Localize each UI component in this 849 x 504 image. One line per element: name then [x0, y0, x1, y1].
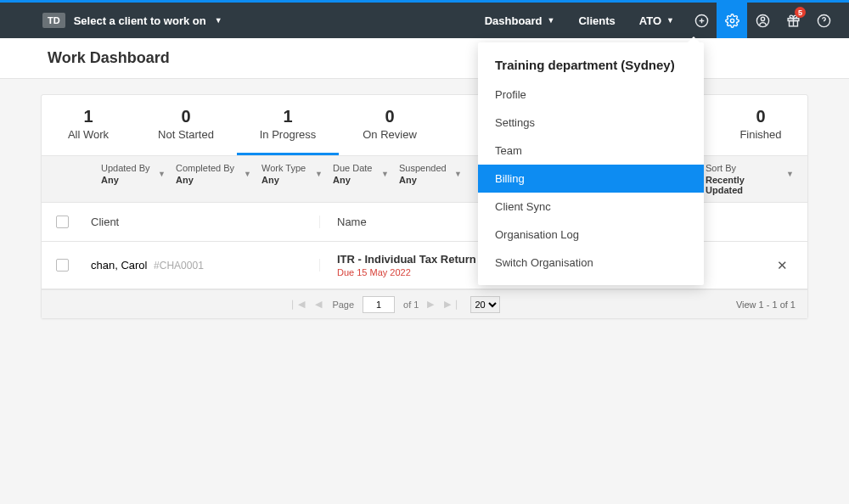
add-icon[interactable] [686, 3, 717, 38]
filter-value: Any [101, 175, 152, 185]
filter-value: Any [399, 175, 448, 185]
client-id: #CHA0001 [154, 260, 204, 272]
row-checkbox[interactable] [56, 259, 69, 272]
tab-count: 0 [339, 107, 441, 126]
popover-item-billing[interactable]: Billing [478, 165, 704, 193]
filter-value: Any [176, 175, 238, 185]
tab-label: In Progress [237, 128, 339, 141]
filter-suspended[interactable]: Suspended Any ▼ [399, 163, 467, 195]
close-icon[interactable]: ✕ [777, 258, 788, 272]
filter-label: Completed By [176, 163, 238, 173]
tab-label: Not Started [135, 128, 237, 141]
nav-clients-label: Clients [578, 14, 615, 27]
tab-count: 1 [237, 107, 339, 126]
filter-label: Due Date [333, 163, 375, 173]
popover-item-settings[interactable]: Settings [478, 109, 704, 137]
svg-point-3 [730, 19, 734, 22]
chevron-down-icon: ▼ [548, 16, 555, 25]
tab-in-progress[interactable]: 1 In Progress [237, 107, 339, 155]
filter-sort-by[interactable]: Sort By Recently Updated ▼ [706, 163, 799, 195]
tab-label: On Review [339, 128, 441, 141]
tab-label: All Work [42, 128, 135, 141]
pager-first-icon[interactable]: ❘◀ [289, 299, 306, 310]
help-icon[interactable] [808, 3, 839, 38]
nav-dashboard-label: Dashboard [485, 14, 543, 27]
popover-item-profile[interactable]: Profile [478, 81, 704, 109]
filter-work-type[interactable]: Work Type Any ▼ [261, 163, 328, 195]
client-selector-label: Select a client to work on [74, 14, 206, 27]
pager-page-input[interactable] [363, 296, 395, 313]
cell-client: chan, Carol #CHA0001 [82, 259, 320, 272]
tab-not-started[interactable]: 0 Not Started [135, 107, 237, 155]
pager-next-icon[interactable]: ▶ [427, 299, 436, 310]
popover-item-switch-organisation[interactable]: Switch Organisation [478, 249, 704, 277]
chevron-down-icon: ▼ [315, 170, 323, 178]
pager-of-label: of 1 [403, 300, 419, 310]
navbar: TD Select a client to work on ▼ Dashboar… [0, 3, 849, 38]
page-title-bar: Work Dashboard [0, 38, 849, 79]
svg-point-5 [761, 17, 764, 20]
filter-completed-by[interactable]: Completed By Any ▼ [176, 163, 256, 195]
filter-value: Any [261, 175, 309, 185]
popover-item-client-sync[interactable]: Client Sync [478, 193, 704, 221]
chevron-down-icon: ▼ [244, 170, 251, 178]
select-all-checkbox[interactable] [56, 216, 69, 228]
chevron-down-icon: ▼ [381, 170, 389, 178]
filter-due-date[interactable]: Due Date Any ▼ [333, 163, 394, 195]
client-name: chan, Carol [91, 259, 147, 272]
settings-icon[interactable] [717, 3, 747, 38]
popover-item-organisation-log[interactable]: Organisation Log [478, 221, 704, 249]
tab-label: Finished [714, 128, 807, 141]
nav-ato-label: ATO [639, 14, 661, 27]
tab-count: 1 [42, 107, 135, 126]
gift-badge-count: 5 [795, 7, 806, 18]
user-icon[interactable] [747, 3, 778, 38]
settings-popover: Training department (Sydney) Profile Set… [478, 42, 704, 285]
pager-prev-icon[interactable]: ◀ [315, 299, 323, 310]
nav-dashboard[interactable]: Dashboard ▼ [473, 3, 567, 38]
popover-item-team[interactable]: Team [478, 137, 704, 165]
page-title: Work Dashboard [48, 49, 170, 67]
org-badge: TD [42, 13, 65, 28]
table-footer: ❘◀ ◀ Page of 1 ▶ ▶❘ 20 View 1 - 1 of 1 [42, 289, 807, 318]
client-selector[interactable]: Select a client to work on ▼ [74, 14, 222, 27]
chevron-down-icon: ▼ [158, 170, 166, 178]
tab-all-work[interactable]: 1 All Work [42, 107, 135, 155]
filter-label: Work Type [261, 163, 309, 173]
column-header-client[interactable]: Client [82, 216, 320, 228]
popover-title: Training department (Sydney) [478, 58, 704, 81]
filter-label: Sort By [706, 163, 780, 173]
chevron-down-icon: ▼ [454, 170, 462, 178]
chevron-down-icon: ▼ [666, 16, 674, 25]
chevron-down-icon: ▼ [786, 170, 794, 178]
chevron-down-icon: ▼ [215, 16, 222, 25]
tab-on-review[interactable]: 0 On Review [339, 107, 441, 155]
tab-count: 0 [714, 107, 807, 126]
filter-value: Recently Updated [706, 175, 780, 195]
pager-page-label: Page [332, 300, 354, 310]
filter-updated-by[interactable]: Updated By Any ▼ [101, 163, 171, 195]
nav-clients[interactable]: Clients [566, 3, 627, 38]
filter-label: Suspended [399, 163, 448, 173]
pager-per-page-select[interactable]: 20 [470, 296, 500, 313]
filter-value: Any [333, 175, 375, 185]
pager-last-icon[interactable]: ▶❘ [444, 299, 462, 310]
filter-label: Updated By [101, 163, 152, 173]
nav-ato[interactable]: ATO ▼ [627, 3, 686, 38]
tab-finished[interactable]: 0 Finished [714, 107, 807, 155]
pager-view-text: View 1 - 1 of 1 [736, 300, 796, 310]
gift-icon[interactable]: 5 [778, 3, 808, 38]
tab-count: 0 [135, 107, 237, 126]
